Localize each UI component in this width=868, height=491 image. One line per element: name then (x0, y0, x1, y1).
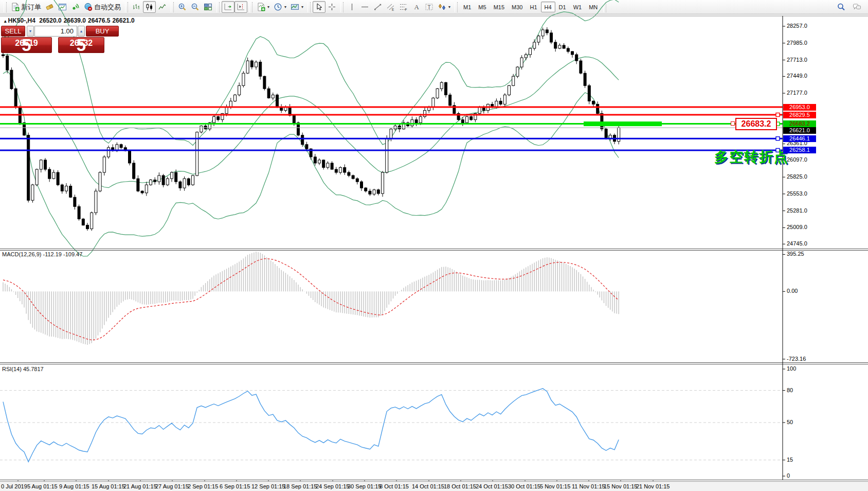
candle-body (234, 95, 237, 101)
candle-body (335, 169, 337, 172)
candle-body (166, 179, 169, 185)
candle-body (563, 45, 565, 48)
candle-body (175, 172, 177, 182)
candle-body (27, 135, 30, 201)
candle-body (322, 160, 325, 168)
candle-body (103, 157, 105, 172)
candle-body (356, 179, 358, 182)
candle-body (145, 185, 148, 193)
volume-stepper: ▼ ▲ (27, 26, 85, 37)
candle-body (213, 117, 215, 123)
candle-body (225, 108, 228, 114)
bollinger-middle (3, 55, 619, 188)
candle-body (242, 73, 245, 85)
buy-button[interactable]: BUY (86, 26, 119, 37)
candle-body (95, 191, 97, 213)
chart-canvas[interactable] (0, 0, 868, 491)
candle-body (246, 61, 249, 73)
candle-body (48, 169, 51, 179)
candle-body (601, 114, 603, 129)
candle-body (419, 117, 422, 123)
candle-body (495, 101, 498, 107)
candle-body (44, 160, 47, 169)
candle-body (567, 48, 569, 51)
candle-body (386, 138, 388, 172)
line-drag-marker[interactable] (776, 122, 780, 126)
candle-body (580, 61, 582, 73)
candle-body (466, 117, 468, 123)
sell-button[interactable]: SELL (1, 26, 25, 37)
volume-input[interactable] (34, 26, 77, 37)
candle-body (503, 95, 506, 104)
candle-body (120, 145, 122, 148)
candle-body (250, 61, 253, 67)
volume-increase-button[interactable]: ▲ (78, 26, 85, 37)
one-click-trading-panel: SELL ▼ ▲ BUY 26619.5 26632.5 (1, 25, 120, 54)
candle-body (74, 197, 76, 206)
candle-body (276, 95, 279, 107)
candle-body (23, 123, 26, 135)
candle-body (478, 108, 481, 114)
sell-price-frac: 5 (22, 39, 31, 52)
buy-price[interactable]: 26632.5 (58, 37, 104, 53)
candle-body (432, 98, 435, 107)
candle-body (331, 163, 333, 169)
candle-body (318, 160, 321, 163)
candle-body (301, 135, 304, 145)
candle-body (584, 73, 586, 85)
candle-body (618, 128, 620, 142)
sell-price[interactable]: 26619.5 (1, 37, 52, 53)
candle-body (369, 191, 371, 194)
candle-body (107, 148, 110, 157)
candle-body (343, 167, 346, 172)
candle-body (162, 176, 165, 185)
candle-body (255, 62, 258, 67)
candle-body (31, 185, 34, 200)
candle-body (10, 70, 13, 89)
candle-body (348, 172, 350, 176)
candle-body (508, 85, 511, 95)
green-highlight-band[interactable] (584, 121, 662, 126)
candle-body (529, 48, 532, 55)
candle-body (339, 167, 342, 172)
candle-body (516, 67, 519, 76)
candle-body (499, 101, 502, 104)
candle-body (141, 191, 143, 193)
candle-body (217, 117, 220, 120)
line-drag-marker[interactable] (776, 137, 780, 141)
candle-body (99, 172, 101, 191)
candle-body (558, 45, 561, 48)
candle-body (65, 186, 68, 191)
candle-body (158, 176, 160, 182)
candle-body (129, 151, 131, 163)
candle-body (86, 225, 89, 229)
candle-body (546, 30, 548, 33)
candle-body (305, 145, 308, 149)
line-drag-marker[interactable] (776, 148, 780, 152)
buy-price-frac: 5 (77, 39, 86, 52)
candle-body (390, 129, 392, 138)
candle-body (314, 157, 316, 163)
candle-body (537, 36, 540, 42)
volume-decrease-button[interactable]: ▼ (27, 26, 34, 37)
candle-body (360, 182, 363, 188)
candle-body (35, 169, 38, 185)
candle-body (171, 172, 173, 179)
candle-body (596, 104, 599, 114)
candle-body (82, 219, 84, 225)
candle-body (267, 89, 270, 98)
candle-body (445, 82, 447, 95)
rsi-line (3, 389, 619, 462)
candle-body (365, 188, 367, 191)
candle-body (6, 56, 9, 71)
candle-body (461, 120, 464, 123)
candle-body (57, 172, 59, 185)
candle-body (554, 42, 557, 48)
candle-body (52, 172, 55, 179)
candle-body (520, 58, 523, 67)
candle-body (40, 160, 42, 169)
candle-body (470, 117, 473, 120)
candle-body (133, 163, 135, 179)
candle-body (150, 180, 152, 185)
line-drag-marker[interactable] (776, 113, 780, 117)
